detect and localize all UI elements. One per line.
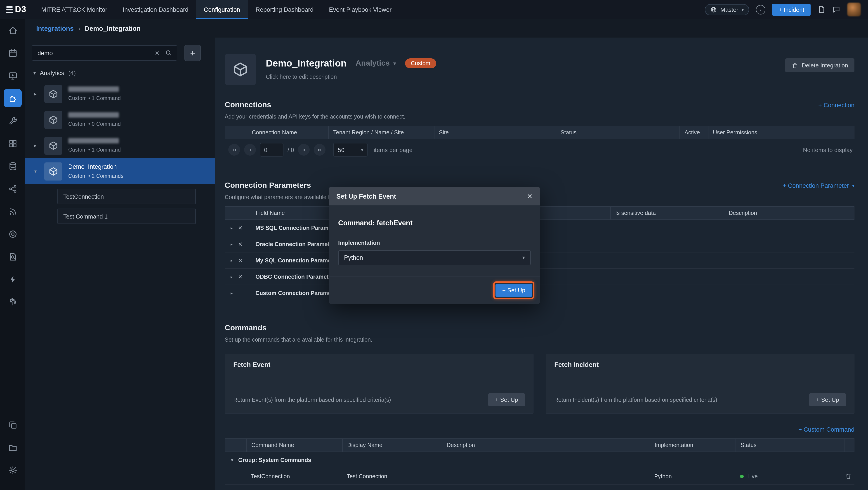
column-actions bbox=[225, 207, 251, 220]
column-user-permissions: User Permissions bbox=[708, 126, 854, 139]
d3-logo[interactable]: D3 bbox=[0, 4, 34, 15]
column-site: Site bbox=[434, 126, 556, 139]
listener-rss-icon[interactable] bbox=[4, 202, 22, 220]
edit-description-link[interactable]: Click here to edit description bbox=[266, 74, 436, 80]
page-number-input[interactable] bbox=[260, 143, 283, 156]
tenant-label: Master bbox=[720, 6, 738, 13]
fingerprint-icon[interactable] bbox=[4, 293, 22, 311]
user-avatar[interactable] bbox=[847, 3, 861, 16]
calendar-icon[interactable] bbox=[4, 44, 22, 62]
nav-item-configuration[interactable]: Configuration bbox=[196, 0, 248, 19]
chevron-right-icon[interactable]: ▸ bbox=[34, 143, 44, 148]
tenant-selector[interactable]: Master ▾ bbox=[705, 4, 749, 15]
document-icon[interactable] bbox=[817, 5, 826, 13]
folder-icon[interactable] bbox=[4, 438, 22, 457]
remove-row-icon[interactable]: ✕ bbox=[238, 241, 243, 247]
add-custom-command-button[interactable]: + Custom Command bbox=[798, 426, 855, 433]
expand-row-icon[interactable]: ▸ bbox=[230, 242, 232, 247]
database-icon[interactable] bbox=[4, 157, 22, 175]
column-trailing bbox=[832, 207, 854, 220]
integration-list-item[interactable]: ▸ Custom • 1 Command bbox=[25, 81, 215, 107]
app-window: D3 MITRE ATT&CK Monitor Investigation Da… bbox=[0, 0, 868, 490]
copy-icon[interactable] bbox=[4, 416, 22, 434]
utilities-wrench-icon[interactable] bbox=[4, 112, 22, 130]
left-icon-rail bbox=[0, 19, 25, 490]
integrations-icon[interactable] bbox=[4, 89, 22, 107]
chevron-right-icon[interactable]: ▸ bbox=[34, 91, 44, 96]
nav-item-investigation-dashboard[interactable]: Investigation Dashboard bbox=[115, 0, 196, 19]
expand-row-icon[interactable]: ▸ bbox=[230, 291, 232, 295]
category-label: Analytics bbox=[355, 59, 390, 68]
share-nodes-icon[interactable] bbox=[4, 180, 22, 198]
tree-child-testconnection[interactable]: TestConnection bbox=[57, 189, 196, 204]
search-icon[interactable] bbox=[165, 49, 172, 57]
integration-list-item[interactable]: Custom • 0 Command bbox=[25, 107, 215, 133]
clear-search-icon[interactable]: ✕ bbox=[155, 50, 160, 56]
expand-row-icon[interactable]: ▸ bbox=[230, 226, 232, 230]
command-group-row[interactable]: ▾ Group: System Commands bbox=[225, 452, 855, 468]
modal-setup-button[interactable]: + Set Up bbox=[495, 284, 532, 297]
column-expand bbox=[225, 439, 247, 452]
intel-donut-icon[interactable] bbox=[4, 225, 22, 243]
previous-page-button[interactable] bbox=[244, 144, 256, 156]
command-display-name: Test Connection bbox=[342, 473, 442, 479]
new-incident-button[interactable]: + Incident bbox=[772, 3, 811, 16]
chat-icon[interactable] bbox=[832, 5, 840, 13]
integration-list-item-demo-integration[interactable]: ▾ Demo_Integration Custom • 2 Commands bbox=[25, 158, 215, 184]
chevron-down-icon: ▾ bbox=[522, 255, 525, 261]
apps-grid-icon[interactable] bbox=[4, 134, 22, 152]
breadcrumb-integrations[interactable]: Integrations bbox=[36, 25, 74, 32]
report-search-icon[interactable] bbox=[4, 248, 22, 266]
first-page-button[interactable] bbox=[228, 144, 240, 156]
chevron-down-icon[interactable]: ▾ bbox=[34, 169, 44, 174]
implementation-select[interactable]: Python ▾ bbox=[338, 250, 531, 265]
playbook-monitor-icon[interactable] bbox=[4, 66, 22, 85]
last-page-button[interactable] bbox=[314, 144, 326, 156]
group-count: (4) bbox=[68, 70, 76, 77]
breadcrumb-current: Demo_Integration bbox=[85, 25, 141, 32]
add-connection-button[interactable]: + Connection bbox=[818, 102, 855, 109]
nav-item-reporting-dashboard[interactable]: Reporting Dashboard bbox=[248, 0, 321, 19]
info-icon[interactable]: i bbox=[756, 5, 766, 14]
tree-group-analytics[interactable]: ▾ Analytics (4) bbox=[25, 66, 215, 81]
category-dropdown[interactable]: Analytics ▾ bbox=[355, 59, 396, 68]
column-row-actions bbox=[844, 439, 854, 452]
page-size-select[interactable]: 50 ▾ bbox=[333, 143, 368, 156]
add-integration-button[interactable]: + bbox=[184, 45, 201, 61]
search-input[interactable] bbox=[37, 49, 152, 57]
expand-row-icon[interactable]: ▸ bbox=[230, 258, 232, 263]
nav-item-event-playbook-viewer[interactable]: Event Playbook Viewer bbox=[321, 0, 399, 19]
integration-cube-icon bbox=[44, 137, 62, 154]
modal-footer: + Set Up bbox=[329, 276, 540, 304]
delete-integration-button[interactable]: Delete Integration bbox=[785, 58, 855, 73]
integration-header: Demo_Integration Analytics ▾ Custom Clic… bbox=[225, 54, 855, 85]
remove-row-icon[interactable]: ✕ bbox=[238, 257, 243, 264]
column-status: Status bbox=[556, 126, 680, 139]
remove-row-icon[interactable]: ✕ bbox=[238, 273, 243, 280]
tree-child-test-command-1[interactable]: Test Command 1 bbox=[57, 208, 196, 224]
command-name: TestConnection bbox=[246, 473, 342, 479]
expand-row-icon[interactable]: ▸ bbox=[230, 275, 232, 279]
nav-item-mitre-monitor[interactable]: MITRE ATT&CK Monitor bbox=[34, 0, 115, 19]
main-content: Demo_Integration Analytics ▾ Custom Clic… bbox=[215, 37, 868, 490]
command-row-testconnection[interactable]: TestConnection Test Connection Python Li… bbox=[225, 468, 855, 485]
automation-bolt-icon[interactable] bbox=[4, 270, 22, 288]
fetch-event-setup-button[interactable]: + Set Up bbox=[488, 393, 525, 406]
connections-table-header: Connection Name Tenant Region / Name / S… bbox=[225, 126, 855, 139]
close-icon[interactable]: ✕ bbox=[527, 192, 532, 200]
integration-list-panel: ✕ + ▾ Analytics (4) ▸ Custom • 1 Command bbox=[25, 37, 215, 490]
column-active: Active bbox=[680, 126, 708, 139]
settings-gear-icon[interactable] bbox=[4, 461, 22, 479]
integration-meta: Custom • 1 Command bbox=[68, 95, 121, 101]
chevron-down-icon: ▾ bbox=[33, 70, 36, 76]
fetch-incident-card-description: Return Incident(s) from the platform bas… bbox=[554, 397, 717, 403]
integration-list-item[interactable]: ▸ Custom • 1 Command bbox=[25, 133, 215, 158]
fetch-incident-setup-button[interactable]: + Set Up bbox=[809, 393, 846, 406]
custom-badge: Custom bbox=[405, 58, 436, 68]
next-page-button[interactable] bbox=[298, 144, 310, 156]
remove-row-icon[interactable]: ✕ bbox=[238, 225, 243, 231]
home-icon[interactable] bbox=[4, 21, 22, 39]
chevron-down-icon[interactable]: ▾ bbox=[231, 457, 233, 462]
delete-command-icon[interactable] bbox=[844, 473, 855, 480]
add-connection-parameter-button[interactable]: + Connection Parameter ▾ bbox=[783, 182, 855, 189]
